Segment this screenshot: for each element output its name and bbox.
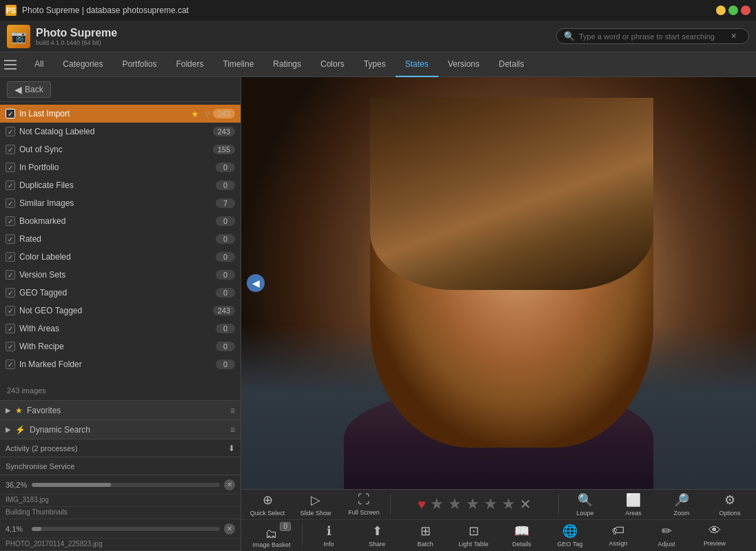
tab-states[interactable]: States — [396, 52, 438, 77]
tab-ratings[interactable]: Ratings — [263, 52, 311, 77]
search-input[interactable] — [579, 32, 731, 41]
options-button[interactable]: ⚙ Options — [706, 490, 753, 518]
sep-2 — [558, 494, 559, 514]
adjust-button[interactable]: ✏ Adjust — [643, 521, 690, 549]
titlebar: PS Photo Supreme | database photosupreme… — [0, 0, 756, 21]
zoom-button[interactable]: 🔎 Zoom — [658, 490, 705, 518]
state-item-3[interactable]: ✓In Portfolio0 — [0, 158, 241, 176]
tab-colors[interactable]: Colors — [311, 52, 354, 77]
state-label-12: With Areas — [19, 324, 212, 333]
areas-button[interactable]: ⬜ Areas — [610, 490, 657, 518]
image-basket-button[interactable]: 0 🗂 Image Basket — [244, 521, 299, 550]
slide-show-button[interactable]: ▷ Slide Show — [292, 490, 339, 518]
light-table-button[interactable]: ⊡ Light Table — [450, 521, 497, 549]
heart-icon[interactable]: ♥ — [418, 497, 426, 512]
progress-filename-2: PHOTO_20170114_225823.jpg — [0, 539, 241, 551]
state-label-2: Out of Sync — [19, 145, 209, 154]
state-item-6[interactable]: ✓Bookmarked0 — [0, 212, 241, 230]
star-1[interactable]: ★ — [430, 495, 444, 513]
rating-stars-row[interactable]: ♥ ★ ★ ★ ★ ★ ✕ — [394, 495, 555, 513]
progress-cancel-2[interactable]: ✕ — [224, 523, 235, 534]
maximize-button[interactable] — [728, 6, 738, 15]
state-item-4[interactable]: ✓Duplicate Files0 — [0, 176, 241, 194]
full-screen-button[interactable]: ⛶ Full Screen — [340, 490, 387, 518]
state-check-12: ✓ — [6, 324, 15, 333]
star-5[interactable]: ★ — [502, 495, 515, 513]
state-item-2[interactable]: ✓Out of Sync155 — [0, 141, 241, 158]
progress-cancel-1[interactable]: ✕ — [224, 479, 235, 490]
state-item-11[interactable]: ✓Not GEO Tagged243 — [0, 302, 241, 320]
state-star-0: ★ — [191, 109, 199, 119]
dynamic-search-menu-icon[interactable]: ≡ — [230, 425, 235, 435]
left-panel: ◀ Back ✓In Last Import★▽243✓Not Catalog … — [0, 77, 241, 551]
share-icon: ⬆ — [372, 523, 382, 539]
star-4[interactable]: ★ — [484, 495, 498, 513]
info-button[interactable]: ℹ Info — [305, 521, 352, 549]
state-item-13[interactable]: ✓With Recipe0 — [0, 337, 241, 355]
state-check-11: ✓ — [6, 306, 15, 315]
tab-timeline[interactable]: Timeline — [213, 52, 263, 77]
tab-all[interactable]: All — [25, 52, 53, 77]
favorites-expand-icon: ▶ — [6, 406, 11, 414]
tab-categories[interactable]: Categories — [53, 52, 112, 77]
state-label-8: Color Labeled — [19, 252, 212, 262]
state-item-7[interactable]: ✓Rated0 — [0, 230, 241, 248]
state-check-0: ✓ — [6, 109, 15, 118]
state-item-10[interactable]: ✓GEO Tagged0 — [0, 284, 241, 302]
state-check-1: ✓ — [6, 127, 15, 136]
zoom-icon: 🔎 — [674, 492, 689, 508]
portrait-image — [241, 77, 756, 489]
state-item-12[interactable]: ✓With Areas0 — [0, 320, 241, 337]
preview-button[interactable]: 👁 Preview — [691, 521, 738, 549]
state-item-0[interactable]: ✓In Last Import★▽243 — [0, 105, 241, 123]
reject-icon[interactable]: ✕ — [520, 496, 531, 512]
hamburger-menu[interactable] — [4, 56, 22, 74]
assign-button[interactable]: 🏷 Assign — [595, 521, 642, 549]
back-arrow-icon: ◀ — [14, 84, 22, 95]
state-label-4: Duplicate Files — [19, 180, 212, 190]
details-button[interactable]: 📖 Details — [498, 521, 545, 549]
state-check-8: ✓ — [6, 252, 15, 262]
favorites-label: Favorites — [27, 406, 226, 415]
info-icon: ℹ — [327, 523, 331, 539]
light-table-label: Light Table — [458, 541, 488, 548]
close-button[interactable] — [741, 6, 750, 15]
tab-details[interactable]: Details — [489, 52, 534, 77]
basket-icon: 🗂 — [265, 527, 278, 541]
state-item-14[interactable]: ✓In Marked Folder0 — [0, 355, 241, 373]
basket-label: Image Basket — [252, 541, 290, 548]
window-controls[interactable] — [716, 6, 750, 15]
share-button[interactable]: ⬆ Share — [354, 521, 400, 549]
star-3[interactable]: ★ — [466, 495, 480, 513]
minimize-button[interactable] — [716, 6, 726, 15]
tab-portfolios[interactable]: Portfolios — [112, 52, 166, 77]
prev-image-button[interactable]: ◀ — [247, 274, 265, 292]
tab-types[interactable]: Types — [354, 52, 396, 77]
state-item-9[interactable]: ✓Version Sets0 — [0, 266, 241, 284]
search-bar[interactable]: 🔍 ✕ — [556, 28, 749, 44]
image-count: 243 images — [0, 381, 241, 400]
state-item-8[interactable]: ✓Color Labeled0 — [0, 248, 241, 266]
star-2[interactable]: ★ — [448, 495, 462, 513]
back-button[interactable]: ◀ Back — [7, 81, 51, 98]
batch-button[interactable]: ⊞ Batch — [402, 521, 449, 549]
quick-select-button[interactable]: ⊕ Quick Select — [244, 490, 291, 518]
favorites-row[interactable]: ▶ ★ Favorites ≡ — [0, 401, 241, 420]
state-check-4: ✓ — [6, 180, 15, 190]
dynamic-search-row[interactable]: ▶ ⚡ Dynamic Search ≡ — [0, 420, 241, 439]
activity-download-icon[interactable]: ⬇ — [228, 444, 235, 453]
progress-pct-1: 36,2% — [6, 481, 28, 489]
search-clear-icon[interactable]: ✕ — [731, 32, 737, 41]
tab-folders[interactable]: Folders — [166, 52, 213, 77]
state-label-13: With Recipe — [19, 342, 212, 351]
geo-tag-button[interactable]: 🌐 GEO Tag — [546, 521, 593, 549]
state-item-5[interactable]: ✓Similar Images7 — [0, 194, 241, 212]
state-count-3: 0 — [216, 163, 235, 172]
full-screen-label: Full Screen — [348, 509, 380, 516]
tab-versions[interactable]: Versions — [438, 52, 489, 77]
loupe-button[interactable]: 🔍 Loupe — [562, 490, 609, 518]
state-count-12: 0 — [216, 324, 235, 333]
state-item-1[interactable]: ✓Not Catalog Labeled243 — [0, 123, 241, 141]
favorites-menu-icon[interactable]: ≡ — [230, 406, 235, 415]
options-label: Options — [719, 510, 740, 517]
